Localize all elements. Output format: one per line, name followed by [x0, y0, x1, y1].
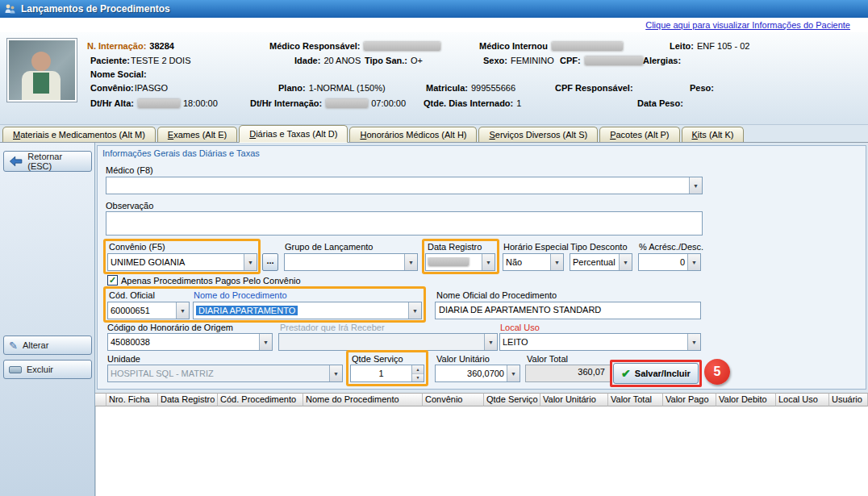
salvar-incluir-button[interactable]: ✔ Salvar/Incluir [613, 363, 699, 384]
tab-honorarios-medicos[interactable]: Honorários Médicos (Alt H) [349, 127, 477, 142]
tab-kits[interactable]: Kits (Alt K) [682, 127, 745, 142]
spin-down-icon[interactable]: ▼ [412, 374, 424, 382]
cod-honorario-combo[interactable]: 45080038 ▼ [107, 333, 273, 351]
horario-especial-combo[interactable]: Não ▼ [503, 253, 564, 271]
valor-unitario-combo[interactable]: 360,0700 ▼ [435, 365, 520, 382]
eraser-icon [9, 366, 22, 373]
excluir-button[interactable]: Excluir [3, 360, 92, 379]
column-header-convenio[interactable]: Convênio [423, 393, 484, 406]
chevron-down-icon[interactable]: ▼ [619, 254, 632, 270]
chevron-down-icon[interactable]: ▼ [244, 254, 257, 270]
column-header-nome-procedimento[interactable]: Nome do Procedimento [303, 393, 423, 406]
data-registro-value [426, 257, 482, 268]
check-icon: ✔ [621, 367, 631, 380]
cod-honorario-label: Código do Honorário de Origem [107, 323, 233, 332]
medico-combo[interactable]: ▼ [106, 177, 703, 194]
tab-label: Honorários Médicos (Alt H) [360, 130, 466, 140]
chevron-down-icon[interactable]: ▼ [689, 177, 702, 194]
dt-hr-alta-label: Dt/Hr Alta: [90, 98, 134, 108]
cod-oficial-value: 60000651 [108, 306, 176, 315]
column-header-usuario[interactable]: Usuário [829, 393, 868, 406]
field-cpf: CPF: [560, 56, 643, 65]
retornar-button[interactable]: Retornar (ESC) [3, 151, 92, 172]
horario-especial-label: Horário Especial [503, 242, 569, 252]
results-table-body[interactable] [95, 406, 868, 496]
back-arrow-icon [9, 156, 23, 167]
alterar-label: Alterar [23, 340, 48, 350]
data-peso-label: Data Peso: [637, 98, 683, 108]
medico-internou-label: Médico Internou [479, 41, 548, 51]
tab-materiais-medicamentos[interactable]: Materiais e Medicamentos (Alt M) [2, 127, 156, 142]
plano-value: 1-NORMAL (150%) [309, 83, 386, 93]
tipo-san-value: O+ [411, 56, 423, 65]
results-table-header: Nro. Ficha Data Registro Cód. Procedimen… [95, 393, 868, 406]
column-header-local-uso[interactable]: Local Uso [776, 393, 829, 406]
nome-procedimento-value: DIARIA APARTAMENTO [196, 306, 298, 315]
tab-label: Diárias e Taxas (Alt D) [249, 129, 337, 139]
column-header-valor-unitario[interactable]: Valor Unitário [540, 393, 608, 406]
column-header-nro-ficha[interactable]: Nro. Ficha [106, 393, 158, 406]
column-header-valor-pago[interactable]: Valor Pago [663, 393, 716, 406]
field-nome-social: Nome Social: [90, 69, 147, 79]
dt-hr-internacao-label: Dt/Hr Internação: [250, 98, 322, 108]
column-header-data-registro[interactable]: Data Registro [158, 393, 218, 406]
chevron-down-icon[interactable]: ▼ [482, 254, 495, 270]
chevron-down-icon[interactable]: ▼ [259, 334, 272, 350]
grupo-lancamento-combo[interactable]: ▼ [284, 253, 418, 271]
column-header-valor-total[interactable]: Valor Total [608, 393, 663, 406]
convenio-f5-label: Convênio (F5) [109, 242, 165, 252]
qtde-servico-spinner[interactable]: 1 ▲ ▼ [350, 365, 424, 382]
nome-oficial-label: Nome Oficial do Procedimento [436, 290, 557, 300]
cod-honorario-value: 45080038 [108, 337, 259, 347]
spin-up-icon[interactable]: ▲ [412, 365, 424, 374]
cod-oficial-combo[interactable]: 60000651 ▼ [107, 302, 190, 319]
tab-label: Kits (Alt K) [692, 130, 734, 140]
field-convenio: Convênio: IPASGO [90, 83, 168, 93]
qtde-servico-label: Qtde Serviço [352, 354, 403, 364]
field-matricula: Matricula: 999555666 [426, 83, 515, 93]
tab-label: Pacotes (Alt P) [610, 130, 669, 140]
nome-procedimento-combo[interactable]: DIARIA APARTAMENTO ▼ [193, 302, 422, 319]
chevron-down-icon[interactable]: ▼ [408, 302, 421, 319]
data-registro-combo[interactable]: ▼ [425, 253, 495, 271]
chevron-down-icon[interactable]: ▼ [404, 254, 417, 270]
valor-total-field: 360,07 [525, 365, 611, 382]
acresc-desc-combo[interactable]: 0 ▼ [638, 253, 701, 271]
procedure-entry-window: Lançamentos de Procedimentos Clique aqui… [0, 0, 868, 496]
observacao-input[interactable] [106, 211, 703, 235]
nome-procedimento-label: Nome do Procedimento [194, 290, 287, 300]
row-indicator-column-header [95, 393, 106, 406]
chevron-down-icon[interactable]: ▼ [176, 302, 189, 319]
tab-diarias-taxas[interactable]: Diárias e Taxas (Alt D) [239, 125, 348, 143]
cpf-label: CPF: [560, 56, 581, 65]
sexo-value: FEMININO [511, 56, 554, 65]
column-header-cod-procedimento[interactable]: Cód. Procedimento [218, 393, 303, 406]
field-medico-responsavel: Médico Responsável: [269, 41, 440, 51]
nome-oficial-input[interactable]: DIARIA DE APARTAMENTO STANDARD [435, 302, 701, 319]
field-cpf-responsavel: CPF Responsável: [555, 83, 633, 93]
tab-pacotes[interactable]: Pacotes (Alt P) [599, 127, 679, 142]
alterar-button[interactable]: ✎ Alterar [3, 336, 92, 355]
field-dt-hr-alta: Dt/Hr Alta: 18:00:00 [90, 98, 218, 108]
unidade-combo: HOSPITAL SQL - MATRIZ ▼ [107, 365, 343, 382]
convenio-browse-button[interactable]: ... [262, 253, 278, 271]
matricula-label: Matricula: [426, 83, 468, 93]
patient-info-link[interactable]: Clique aqui para visualizar Informações … [645, 20, 850, 30]
dt-hr-alta-time: 18:00:00 [183, 98, 218, 108]
redacted-value [138, 99, 180, 108]
chevron-down-icon[interactable]: ▼ [687, 254, 700, 270]
tab-servicos-diversos[interactable]: Serviços Diversos (Alt S) [478, 127, 598, 142]
prestador-label: Prestador que Irá Receber [280, 323, 385, 332]
field-data-peso: Data Peso: [637, 98, 683, 108]
local-uso-combo[interactable]: LEITO ▼ [499, 333, 701, 351]
valor-unitario-value: 360,0700 [436, 369, 507, 378]
chevron-down-icon[interactable]: ▼ [687, 334, 700, 350]
convenio-combo[interactable]: UNIMED GOIANIA ▼ [107, 253, 257, 271]
column-header-valor-debito[interactable]: Valor Debito [716, 393, 776, 406]
apenas-pagos-checkbox[interactable]: ✓ [107, 275, 118, 286]
column-header-qtde-servico[interactable]: Qtde Serviço [484, 393, 540, 406]
tab-exames[interactable]: Exames (Alt E) [157, 127, 237, 142]
chevron-down-icon[interactable]: ▼ [550, 254, 563, 270]
chevron-down-icon[interactable]: ▼ [507, 365, 520, 381]
tipo-desconto-combo[interactable]: Percentual ▼ [570, 253, 632, 271]
